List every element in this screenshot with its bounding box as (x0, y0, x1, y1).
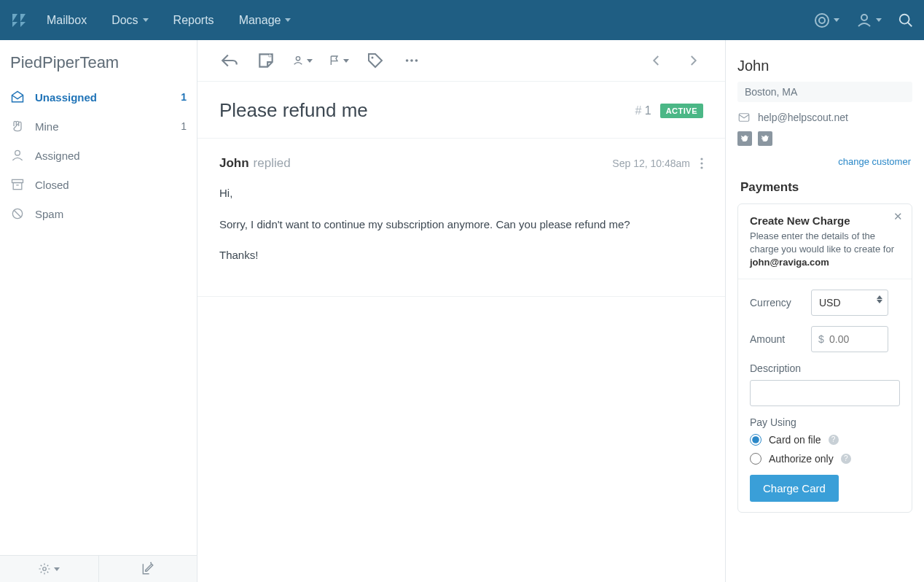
description-label: Description (750, 362, 900, 374)
customer-email[interactable]: help@helpscout.net (758, 112, 848, 123)
reply-button[interactable] (219, 50, 240, 71)
status-badge: ACTIVE (660, 104, 703, 118)
thread-item: John replied Sep 12, 10:48am Hi, Sorry, … (197, 139, 725, 297)
currency-select[interactable]: USD (811, 290, 888, 316)
chevron-down-icon (54, 567, 60, 571)
svg-point-23 (700, 162, 702, 164)
nav-reports-label: Reports (173, 14, 214, 27)
next-conversation-button[interactable] (683, 50, 703, 71)
user-outline-icon (10, 148, 25, 163)
charge-card-form: ✕ Create New Charge Please enter the det… (737, 203, 912, 513)
archive-icon (10, 177, 25, 192)
svg-point-24 (700, 166, 702, 168)
svg-point-17 (296, 57, 299, 61)
chevron-down-icon (343, 59, 349, 63)
status-button[interactable] (329, 50, 349, 71)
charge-body: Currency USD Amount $ (738, 279, 912, 512)
thread-menu-button[interactable] (700, 158, 703, 169)
svg-point-11 (43, 567, 47, 571)
folder-label: Assigned (35, 150, 80, 162)
conversation-subject: Please refund me (219, 99, 635, 122)
radio-label: Card on file (769, 434, 821, 446)
app-logo-icon (10, 12, 28, 29)
subject-row: Please refund me # 1 ACTIVE (197, 82, 725, 139)
chevron-right-icon (686, 54, 700, 67)
nav-manage-label: Manage (239, 14, 281, 27)
note-button[interactable] (256, 50, 276, 71)
body-line: Hi, (219, 185, 703, 202)
description-input[interactable] (750, 380, 900, 406)
twitter-link-2[interactable] (758, 131, 772, 146)
lifebuoy-icon (813, 12, 831, 29)
radio-label: Authorize only (769, 453, 834, 465)
account-menu[interactable] (856, 12, 882, 29)
assign-button[interactable] (292, 50, 313, 71)
sidebar-bottom (0, 555, 197, 582)
folder-mine[interactable]: Mine 1 (0, 112, 197, 141)
folder-unassigned[interactable]: Unassigned 1 (0, 82, 197, 112)
top-nav: Mailbox Docs Reports Manage (0, 0, 924, 40)
svg-point-21 (415, 59, 418, 62)
svg-point-22 (700, 158, 702, 160)
prev-conversation-button[interactable] (646, 50, 667, 71)
note-icon (257, 51, 275, 70)
user-icon (856, 12, 873, 29)
envelope-icon (737, 111, 751, 124)
charge-header: ✕ Create New Charge Please enter the det… (738, 204, 912, 279)
card-on-file-radio[interactable] (750, 434, 761, 446)
twitter-icon (740, 134, 749, 143)
charge-card-button[interactable]: Charge Card (750, 475, 839, 502)
compose-icon (141, 562, 155, 576)
authorize-only-radio[interactable] (750, 453, 761, 465)
conversation-toolbar (197, 40, 725, 82)
svg-point-0 (815, 14, 829, 27)
search-icon (898, 12, 914, 28)
tag-icon (367, 52, 384, 69)
charge-title: Create New Charge (750, 214, 900, 227)
thread-action: replied (254, 156, 291, 171)
svg-point-20 (410, 59, 413, 62)
body-line: Sorry, I didn't want to continue my subs… (219, 217, 703, 233)
svg-point-19 (406, 59, 409, 62)
customer-location: Boston, MA (737, 82, 912, 102)
hand-icon (10, 119, 25, 133)
new-conversation-button[interactable] (99, 556, 197, 582)
change-customer-link[interactable]: change customer (737, 156, 912, 167)
thread-author: John (219, 156, 249, 171)
charge-description: Please enter the details of the charge y… (750, 230, 900, 270)
customer-name: John (737, 58, 912, 74)
team-name: PiedPiperTeam (0, 40, 197, 82)
more-vertical-icon (700, 158, 703, 169)
amount-label: Amount (750, 333, 811, 345)
dollar-icon: $ (818, 333, 824, 345)
folder-label: Closed (35, 179, 69, 191)
folder-spam[interactable]: Spam (0, 199, 197, 228)
thread-body: Hi, Sorry, I didn't want to continue my … (219, 185, 703, 264)
twitter-link[interactable] (737, 131, 752, 146)
help-icon[interactable]: ? (829, 435, 839, 445)
folder-assigned[interactable]: Assigned (0, 141, 197, 170)
search-button[interactable] (898, 12, 914, 28)
card-on-file-option[interactable]: Card on file ? (750, 434, 900, 446)
folder-closed[interactable]: Closed (0, 170, 197, 199)
help-menu[interactable] (813, 12, 839, 29)
envelope-open-icon (10, 90, 25, 104)
nav-docs-label: Docs (111, 14, 138, 27)
nav-docs[interactable]: Docs (111, 14, 148, 27)
user-assign-icon (292, 53, 304, 69)
nav-reports[interactable]: Reports (173, 14, 214, 27)
authorize-only-option[interactable]: Authorize only ? (750, 453, 900, 465)
settings-button[interactable] (0, 556, 99, 582)
ban-icon (10, 206, 25, 221)
more-button[interactable] (402, 50, 422, 71)
sidebar: PiedPiperTeam Unassigned 1 Mine 1 Assign… (0, 40, 197, 582)
help-icon[interactable]: ? (841, 454, 851, 464)
flag-icon (329, 53, 340, 69)
nav-mailbox[interactable]: Mailbox (47, 14, 87, 27)
nav-manage[interactable]: Manage (239, 14, 291, 27)
tag-button[interactable] (365, 50, 385, 71)
chevron-down-icon (834, 18, 839, 22)
close-button[interactable]: ✕ (893, 210, 903, 223)
more-horizontal-icon (404, 53, 420, 69)
svg-rect-7 (13, 183, 22, 190)
